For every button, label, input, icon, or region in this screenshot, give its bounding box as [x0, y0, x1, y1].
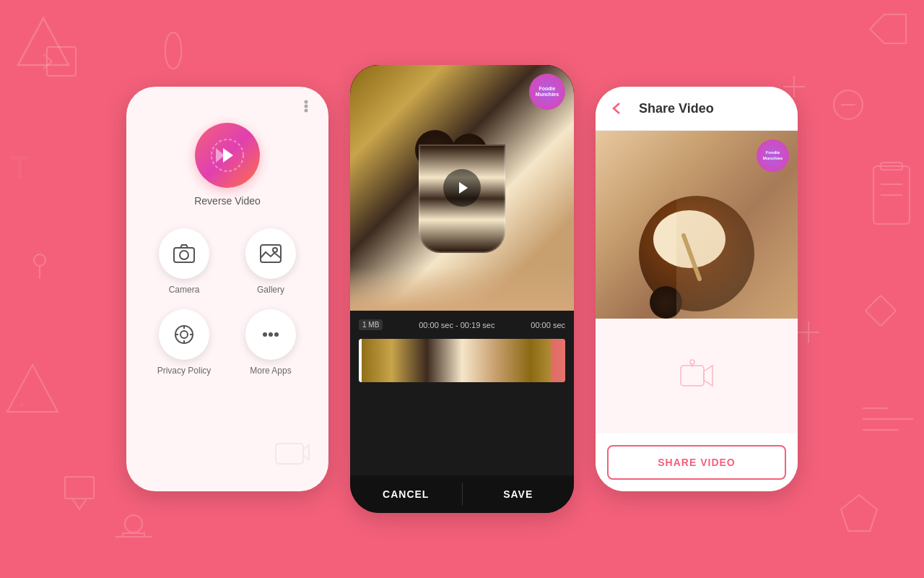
share-placeholder-icon — [679, 358, 715, 394]
play-icon — [453, 179, 471, 197]
back-arrow-icon — [609, 100, 625, 116]
timeline-indicator — [359, 339, 362, 382]
back-button[interactable] — [607, 98, 627, 118]
svg-text:T: T — [11, 151, 28, 183]
menu-item-more-apps[interactable]: More Apps — [235, 309, 307, 376]
svg-rect-12 — [123, 533, 144, 537]
svg-point-51 — [690, 360, 694, 364]
svg-point-14 — [834, 90, 863, 119]
timeline-thumbnail — [359, 339, 565, 382]
gallery-label: Gallery — [257, 285, 284, 295]
share-header: Share Video — [596, 87, 798, 131]
phone-main-menu: Reverse Video Camera — [126, 87, 328, 491]
camera-button[interactable] — [159, 228, 209, 279]
share-icons-area — [596, 319, 798, 434]
svg-rect-17 — [881, 163, 902, 170]
menu-item-camera[interactable]: Camera — [148, 228, 220, 295]
svg-rect-16 — [873, 166, 910, 224]
save-button[interactable]: SAVE — [463, 475, 575, 513]
file-size-badge: 1 MB — [359, 319, 383, 330]
svg-line-3 — [43, 61, 52, 69]
settings-icon — [173, 323, 196, 346]
dots-icon — [300, 100, 313, 113]
svg-rect-46 — [276, 444, 303, 464]
svg-point-34 — [180, 251, 188, 259]
svg-marker-7 — [7, 365, 58, 412]
camera-icon — [173, 242, 196, 265]
svg-point-43 — [263, 332, 267, 337]
svg-rect-9 — [65, 477, 94, 499]
play-button[interactable] — [443, 169, 481, 207]
phone-video-editor: Foodie Munchies 1 MB 00:00 sec - 00:19 s… — [350, 65, 574, 513]
more-horizontal-icon — [259, 323, 282, 346]
time-range: 00:00 sec - 00:19 sec — [419, 321, 494, 329]
phones-container: Reverse Video Camera — [126, 65, 798, 513]
app-name-label: Reverse Video — [194, 195, 261, 207]
svg-point-29 — [305, 101, 308, 103]
svg-point-30 — [305, 105, 308, 108]
video-camera-icon — [679, 358, 715, 394]
share-video-button[interactable]: SHARE VIDEO — [607, 445, 786, 480]
more-apps-label: More Apps — [250, 366, 291, 376]
svg-marker-0 — [18, 18, 69, 65]
timeline-end-marker — [551, 339, 565, 382]
svg-point-31 — [305, 110, 308, 112]
cancel-button[interactable]: CANCEL — [350, 475, 462, 513]
svg-point-38 — [180, 331, 188, 338]
video-player: Foodie Munchies — [350, 65, 574, 311]
svg-point-44 — [269, 332, 273, 337]
svg-rect-20 — [866, 296, 896, 326]
time-current: 00:00 sec — [531, 321, 565, 329]
svg-marker-24 — [841, 495, 877, 531]
gallery-button[interactable] — [245, 228, 296, 279]
share-button-area: SHARE VIDEO — [596, 434, 798, 491]
menu-grid: Camera Gallery — [141, 228, 314, 376]
share-video-preview: FoodieMunchies — [596, 131, 798, 319]
svg-rect-49 — [681, 366, 704, 386]
menu-item-privacy[interactable]: Privacy Policy — [148, 309, 220, 376]
svg-marker-48 — [459, 182, 468, 194]
svg-point-5 — [34, 254, 45, 266]
phone-share-video: Share Video FoodieMunchies — [596, 87, 798, 491]
app-logo-area: Reverse Video — [194, 123, 261, 207]
svg-point-11 — [125, 515, 142, 532]
action-bar: CANCEL SAVE — [350, 475, 574, 513]
svg-marker-50 — [704, 366, 712, 386]
gallery-icon — [259, 242, 282, 265]
svg-point-45 — [274, 332, 279, 337]
deco-camera-icon — [274, 438, 310, 470]
camera-label: Camera — [169, 285, 200, 295]
privacy-button[interactable] — [159, 309, 209, 360]
share-title: Share Video — [639, 101, 714, 116]
timeline-strip[interactable] — [359, 339, 565, 382]
svg-marker-47 — [303, 445, 309, 460]
top-icons-area — [300, 100, 313, 113]
watermark-badge: Foodie Munchies — [529, 74, 565, 110]
svg-rect-1 — [47, 47, 76, 76]
privacy-label: Privacy Policy — [157, 366, 212, 376]
reverse-video-icon — [210, 138, 245, 173]
video-controls: 1 MB 00:00 sec - 00:19 sec 00:00 sec — [350, 311, 574, 475]
svg-point-36 — [273, 248, 277, 252]
hand-overlay — [350, 267, 574, 311]
svg-marker-10 — [72, 499, 87, 509]
app-logo[interactable] — [195, 123, 260, 188]
svg-text:✦: ✦ — [18, 400, 25, 410]
time-bar: 1 MB 00:00 sec - 00:19 sec 00:00 sec — [359, 316, 565, 333]
more-apps-button[interactable] — [245, 309, 296, 360]
svg-line-2 — [43, 54, 52, 61]
share-watermark: FoodieMunchies — [757, 139, 789, 172]
menu-item-gallery[interactable]: Gallery — [235, 228, 307, 295]
